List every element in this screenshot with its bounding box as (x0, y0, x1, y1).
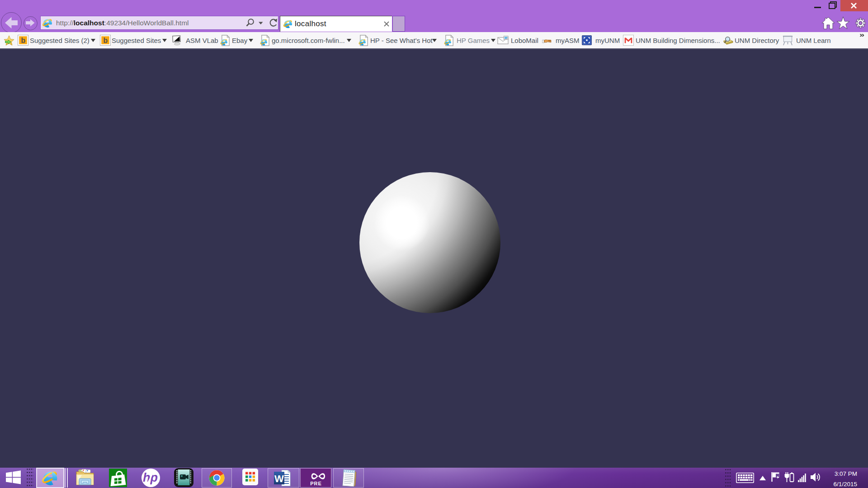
svg-text:W: W (274, 473, 284, 484)
svg-text:PRE: PRE (310, 481, 322, 486)
